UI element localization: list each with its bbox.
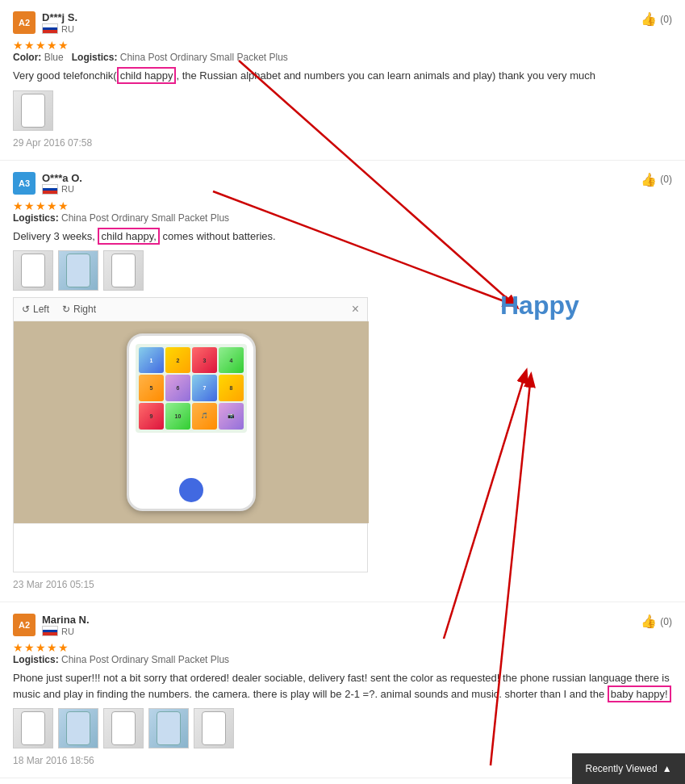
- review-image-3-3[interactable]: [103, 708, 144, 748]
- avatar-2: A3: [13, 172, 36, 195]
- viewer-caption: [14, 523, 367, 572]
- country-3: RU: [61, 627, 74, 636]
- country-2: RU: [61, 184, 74, 194]
- review-item-3: A2 Marina N. RU 👍 (0) ★★★★★ Logistics: C…: [0, 602, 685, 778]
- logistics-2: Logistics: China Post Ordinary Small Pac…: [13, 212, 672, 224]
- viewer-toolbar: ↺ Left ↻ Right ×: [14, 298, 367, 321]
- key-11: 🎵: [192, 403, 217, 430]
- recently-viewed-bar[interactable]: Recently Viewed ▲: [572, 753, 685, 784]
- key-4: 4: [219, 347, 244, 373]
- highlight-child-happy-2: child happy,: [98, 228, 159, 245]
- reviewer-name-3: Marina N.: [42, 614, 90, 626]
- helpful-btn-3[interactable]: 👍 (0): [641, 614, 672, 629]
- review-image-2-3[interactable]: [103, 250, 144, 291]
- avatar-3: A2: [13, 614, 36, 636]
- reviewer-name-1: D***j S.: [42, 11, 77, 23]
- review-date-2: 23 Mar 2016 05:15: [13, 579, 672, 590]
- recently-viewed-arrow-icon: ▲: [662, 763, 672, 774]
- logistics-3: Logistics: China Post Ordinary Small Pac…: [13, 654, 672, 665]
- review-image-3-2[interactable]: [58, 708, 98, 748]
- helpful-btn-1[interactable]: 👍 (0): [641, 11, 672, 27]
- helpful-count-1: (0): [660, 14, 672, 25]
- viewer-image-area: 1 2 3 4 5 6 7 8 9 10 🎵 📷: [14, 321, 369, 523]
- recently-viewed-label: Recently Viewed: [585, 763, 657, 774]
- key-10: 10: [165, 403, 190, 430]
- review-header-2: A3 O***a O. RU 👍 (0): [13, 172, 672, 195]
- reviewer-name-2: O***a O.: [42, 172, 82, 184]
- review-image-2-2[interactable]: [58, 250, 98, 291]
- flag-ru-2: [42, 184, 58, 195]
- review-image-3-4[interactable]: [148, 708, 189, 748]
- avatar-1: A2: [13, 11, 36, 34]
- review-images-1: [13, 90, 672, 131]
- logistics-1: Color: Blue Logistics: China Post Ordina…: [13, 52, 672, 63]
- review-item-1: A2 D***j S. RU 👍 (0) ★★★★★ Color: Blue: [0, 0, 685, 161]
- review-text-2: Delivery 3 weeks, child happy, comes wit…: [13, 228, 672, 245]
- review-image-2-1[interactable]: [13, 250, 53, 291]
- review-header-3: A2 Marina N. RU 👍 (0): [13, 614, 672, 636]
- review-text-1: Very good telefonchik(child happy, the R…: [13, 68, 672, 84]
- image-viewer: ↺ Left ↻ Right × 1 2 3 4 5: [13, 297, 368, 572]
- reviewer-info-1: A2 D***j S. RU: [13, 11, 77, 34]
- rotate-right-icon: ↻: [62, 304, 70, 315]
- helpful-count-2: (0): [660, 174, 672, 185]
- reviewer-meta-3: Marina N. RU: [42, 614, 90, 636]
- flag-ru-1: [42, 23, 58, 34]
- review-images-3: [13, 708, 672, 748]
- reviewer-info-2: A3 O***a O. RU: [13, 172, 82, 195]
- stars-2: ★★★★★: [13, 199, 672, 212]
- reviewer-info-3: A2 Marina N. RU: [13, 614, 90, 636]
- phone-home-btn: [179, 478, 203, 502]
- viewer-close-btn[interactable]: ×: [352, 303, 359, 316]
- highlight-baby-happy: baby happy!: [608, 685, 671, 702]
- review-image-3-1[interactable]: [13, 708, 53, 748]
- helpful-btn-2[interactable]: 👍 (0): [641, 172, 672, 187]
- flag-ru-3: [42, 626, 58, 636]
- review-item-2: A3 O***a O. RU 👍 (0) ★★★★★ Logistics: Ch…: [0, 161, 685, 603]
- thumbs-icon-2: 👍: [641, 172, 657, 187]
- key-12: 📷: [219, 403, 244, 430]
- review-header-1: A2 D***j S. RU 👍 (0): [13, 11, 672, 34]
- review-images-2: [13, 250, 672, 291]
- review-text-3: Phone just super!!! not a bit sorry that…: [13, 670, 672, 702]
- stars-3: ★★★★★: [13, 641, 672, 654]
- review-date-1: 29 Apr 2016 07:58: [13, 137, 672, 149]
- viewer-right-btn[interactable]: ↻ Right: [62, 304, 96, 315]
- phone-screen: 1 2 3 4 5 6 7 8 9 10 🎵 📷: [136, 344, 247, 433]
- country-1: RU: [61, 24, 74, 34]
- stars-1: ★★★★★: [13, 39, 672, 52]
- key-8: 8: [219, 375, 244, 400]
- thumbs-icon-1: 👍: [641, 11, 657, 27]
- key-7: 7: [192, 375, 217, 400]
- rotate-left-icon: ↺: [22, 304, 30, 315]
- helpful-count-3: (0): [660, 616, 672, 627]
- key-6: 6: [165, 375, 190, 400]
- review-image-1-1[interactable]: [13, 90, 53, 131]
- viewer-left-btn[interactable]: ↺ Left: [22, 304, 49, 315]
- thumbs-icon-3: 👍: [641, 614, 657, 629]
- key-2: 2: [165, 347, 190, 373]
- key-9: 9: [139, 403, 164, 430]
- phone-mock: 1 2 3 4 5 6 7 8 9 10 🎵 📷: [127, 333, 256, 511]
- reviewer-meta-1: D***j S. RU: [42, 11, 77, 34]
- key-3: 3: [192, 347, 217, 373]
- highlight-child-happy-1: child happy: [117, 67, 177, 84]
- reviewer-meta-2: O***a O. RU: [42, 172, 82, 195]
- key-1: 1: [139, 347, 164, 373]
- review-image-3-5[interactable]: [194, 708, 234, 748]
- key-5: 5: [139, 375, 164, 400]
